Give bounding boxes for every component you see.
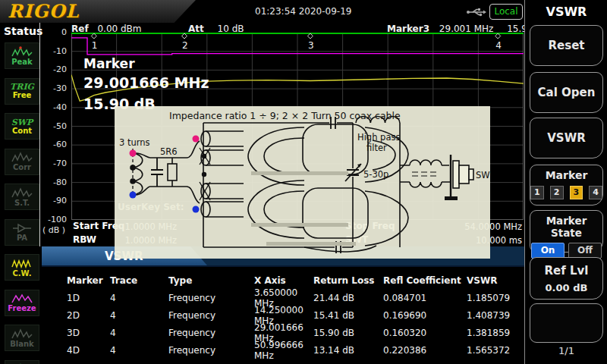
- status-item-ab: A−B: [5, 360, 39, 364]
- table-cell-row1: 1D: [67, 293, 110, 303]
- marker-diamond-3[interactable]: [307, 33, 313, 39]
- diagram-turns-label: 3 turns: [119, 137, 150, 148]
- table-cell-row3: 0.160320: [383, 328, 467, 338]
- sidebar-menu-title: VSWR: [525, 5, 607, 19]
- status-item-corr: Corr: [5, 149, 39, 175]
- table-cell-row2: Frequency: [168, 310, 254, 321]
- table-cell-row4: 4: [110, 345, 168, 356]
- status-item-label: Free: [13, 92, 32, 99]
- vswr-button[interactable]: VSWR: [530, 118, 603, 158]
- y-tick--10: -10: [41, 46, 67, 56]
- table-cell-row1: 4: [110, 293, 168, 303]
- marker-select-button[interactable]: Marker 1234: [530, 165, 603, 206]
- pink-terminal-dot: [130, 150, 137, 157]
- marker-chip-4[interactable]: 4: [589, 186, 602, 199]
- status-item-label: Peak: [11, 58, 33, 66]
- marker-diamond-4[interactable]: [495, 33, 501, 39]
- freeze-waveform-icon: [11, 293, 33, 304]
- y-tick--100: -100: [41, 215, 67, 224]
- blank-waveform-icon: [11, 328, 33, 340]
- table-cell-row2: 4: [110, 310, 168, 321]
- diagram-cap-label: 5-30p: [363, 169, 388, 180]
- marker-overlay-freq: 29.001666 MHz: [83, 74, 209, 91]
- diagram-resistor-label: 5R6: [160, 146, 178, 157]
- ref-lvl-button[interactable]: Ref Lvl 0.00 dB: [530, 257, 603, 300]
- cal-open-button[interactable]: Cal Open: [530, 72, 603, 113]
- marker-diamond-1[interactable]: [91, 33, 96, 39]
- table-header-x-axis: X Axis: [254, 275, 313, 286]
- table-cell-row4: 1.565372: [467, 345, 520, 356]
- y-tick--90: -90: [41, 196, 67, 206]
- marker-chip-1[interactable]: 1: [530, 186, 544, 199]
- status-panel-title: Status: [4, 25, 42, 37]
- marker-number-1: 1: [92, 40, 98, 51]
- pink-winding-dot: [193, 136, 200, 143]
- marker-overlay-title: Marker: [83, 56, 135, 71]
- reset-button[interactable]: Reset: [530, 25, 603, 66]
- status-item-freeze: Freeze: [5, 290, 39, 316]
- brand-logo: RIGOL: [8, 0, 79, 22]
- marker-number-4: 4: [495, 40, 502, 51]
- status-item-label: S.T.: [14, 199, 30, 207]
- table-cell-row1: 1.185079: [467, 293, 520, 303]
- y-axis-unit: ( dB ): [39, 225, 65, 235]
- marker-number-chips: 1234: [530, 186, 602, 199]
- marker-diamond-2[interactable]: [182, 33, 187, 39]
- y-tick--70: -70: [41, 158, 67, 168]
- marker-select-label: Marker: [530, 169, 602, 181]
- diagram-title: Impedance ratio 1 ÷ 9; 2 × 2 Turn 50 coa…: [169, 110, 401, 121]
- status-item-peak: Peak: [5, 42, 39, 69]
- blue-terminal-dot: [130, 192, 137, 199]
- datetime-display: 01:23:54 2020-09-19: [255, 6, 351, 17]
- table-cell-row4: 0.220386: [383, 345, 467, 356]
- table-cell-row1: 21.44 dB: [313, 293, 383, 303]
- empty-softkey[interactable]: [530, 303, 603, 343]
- status-separator: [39, 23, 40, 246]
- status-item-mode: TRIG: [10, 83, 34, 91]
- table-header-return-loss: Return Loss: [313, 275, 383, 286]
- status-item-pa: PA: [5, 219, 39, 246]
- table-cell-row1: Frequency: [168, 293, 254, 303]
- marker-chip-2[interactable]: 2: [550, 186, 564, 199]
- rbw-label: RBW: [73, 234, 96, 245]
- status-item-label: Blank: [10, 340, 34, 348]
- usb-icon: [466, 7, 487, 17]
- table-cell-row4: Frequency: [168, 345, 254, 356]
- status-item-free: TRIGFree: [5, 78, 39, 105]
- marker-state-on[interactable]: On: [531, 243, 565, 259]
- table-cell-row3: Frequency: [168, 328, 254, 338]
- local-mode-badge[interactable]: Local: [489, 4, 523, 20]
- table-cell-row3: 4: [110, 328, 168, 338]
- ref-lvl-label: Ref Lvl: [530, 264, 602, 278]
- status-item-cont: SWPCont: [5, 113, 39, 140]
- table-header-refl-coefficient: Refl Coefficient: [383, 275, 467, 286]
- table-header-vswr: VSWR: [467, 275, 520, 286]
- table-cell-row3: 1.381859: [467, 328, 520, 338]
- status-item-label: Cont: [12, 127, 32, 135]
- corr-waveform-icon: [11, 152, 33, 163]
- table-cell-row4: 4D: [67, 345, 110, 356]
- diagram-filter-label-1: High pass: [357, 132, 400, 143]
- table-cell-row1: 0.084701: [383, 293, 467, 303]
- y-tick--40: -40: [41, 102, 67, 112]
- table-cell-row2: 15.41 dB: [313, 310, 383, 321]
- status-item-label: PA: [17, 234, 27, 242]
- marker-chip-3[interactable]: 3: [570, 186, 583, 199]
- marker-state-label: Marker State: [530, 215, 602, 239]
- status-icon-list: PeakTRIGFreeSWPContCorrS.T.PAC.W.FreezeB…: [5, 42, 38, 364]
- status-item-label: Freeze: [8, 305, 36, 312]
- diagram-meter-label: SWR: [476, 170, 490, 180]
- y-tick--50: -50: [41, 121, 67, 131]
- marker-state-button[interactable]: Marker State On Off: [530, 210, 603, 253]
- preamp-icon: [11, 222, 33, 234]
- y-tick-0: 0: [41, 27, 67, 37]
- y-tick--30: -30: [41, 83, 67, 93]
- y-tick--60: -60: [41, 140, 67, 149]
- status-item-blank: Blank: [5, 325, 39, 351]
- marker-state-off[interactable]: Off: [568, 243, 602, 259]
- table-cell-row3: 15.90 dB: [313, 328, 383, 338]
- st-waveform-icon: [11, 187, 33, 199]
- marker-number-3: 3: [308, 40, 314, 51]
- table-cell-row2: 0.169690: [383, 310, 467, 321]
- ref-lvl-value: 0.00 dB: [530, 282, 602, 293]
